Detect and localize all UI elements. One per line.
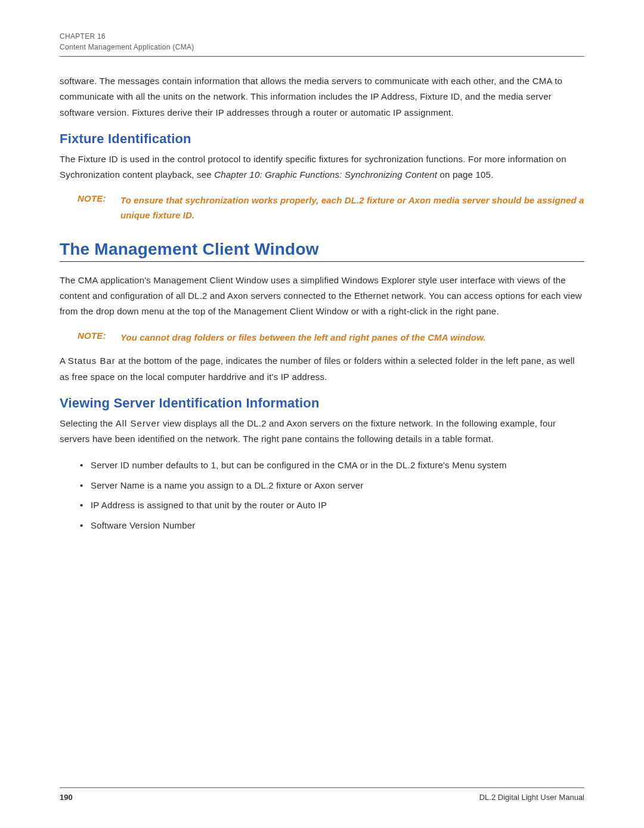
mgmt-para2-pre: A xyxy=(60,356,68,366)
mgmt-para2-term: Status Bar xyxy=(68,356,116,366)
note-label: NOTE: xyxy=(78,330,120,345)
list-item: Software Version Number xyxy=(78,518,584,533)
viewing-para: Selecting the All Server view displays a… xyxy=(60,416,584,447)
heading-viewing-server-info: Viewing Server Identification Informatio… xyxy=(60,396,584,411)
heading-management-client-window: The Management Client Window xyxy=(60,240,584,259)
fixture-ident-paragraph: The Fixture ID is used in the control pr… xyxy=(60,152,584,183)
section-rule xyxy=(60,261,584,262)
list-rest: number defaults to 1, but can be configu… xyxy=(129,460,506,470)
mgmt-para2: A Status Bar at the bottom of the page, … xyxy=(60,353,584,385)
list-rest: is a name you assign to a DL.2 fixture o… xyxy=(145,480,364,490)
list-term: Software Version xyxy=(91,520,160,530)
list-item: Server ID number defaults to 1, but can … xyxy=(78,458,584,473)
chapter-title: Content Management Application (CMA) xyxy=(60,43,584,57)
manual-title: DL.2 Digital Light User Manual xyxy=(479,793,584,802)
heading-fixture-identification: Fixture Identification xyxy=(60,131,584,147)
note-drag-folders: NOTE: You cannot drag folders or files b… xyxy=(78,330,584,345)
mgmt-para1: The CMA application's Management Client … xyxy=(60,273,584,320)
note-label: NOTE: xyxy=(78,193,120,223)
list-rest: is assigned to that unit by the router o… xyxy=(135,500,327,510)
page-footer: 190 DL.2 Digital Light User Manual xyxy=(60,787,584,802)
fixture-ident-text-post: on page 105. xyxy=(437,169,493,180)
note-text: To ensure that sychronization works prop… xyxy=(120,193,584,223)
page-number: 190 xyxy=(60,793,73,802)
server-info-list: Server ID number defaults to 1, but can … xyxy=(78,458,584,533)
intro-paragraph: software. The messages contain informati… xyxy=(60,73,584,121)
list-term: IP Address xyxy=(91,500,135,510)
list-rest: Number xyxy=(160,520,196,530)
viewing-para-pre: Selecting the xyxy=(60,418,116,428)
viewing-para-term: All Server xyxy=(116,418,160,428)
note-fixture-id: NOTE: To ensure that sychronization work… xyxy=(78,193,584,223)
mgmt-para2-post: at the bottom of the page, indicates the… xyxy=(60,356,575,381)
note-text: You cannot drag folders or files between… xyxy=(120,330,486,345)
fixture-ident-link: Chapter 10: Graphic Functions: Synchroni… xyxy=(214,169,437,180)
list-item: Server Name is a name you assign to a DL… xyxy=(78,478,584,493)
chapter-label: CHAPTER 16 xyxy=(60,32,584,41)
list-term: Server Name xyxy=(91,480,145,490)
list-item: IP Address is assigned to that unit by t… xyxy=(78,498,584,513)
list-term: Server ID xyxy=(91,460,129,470)
